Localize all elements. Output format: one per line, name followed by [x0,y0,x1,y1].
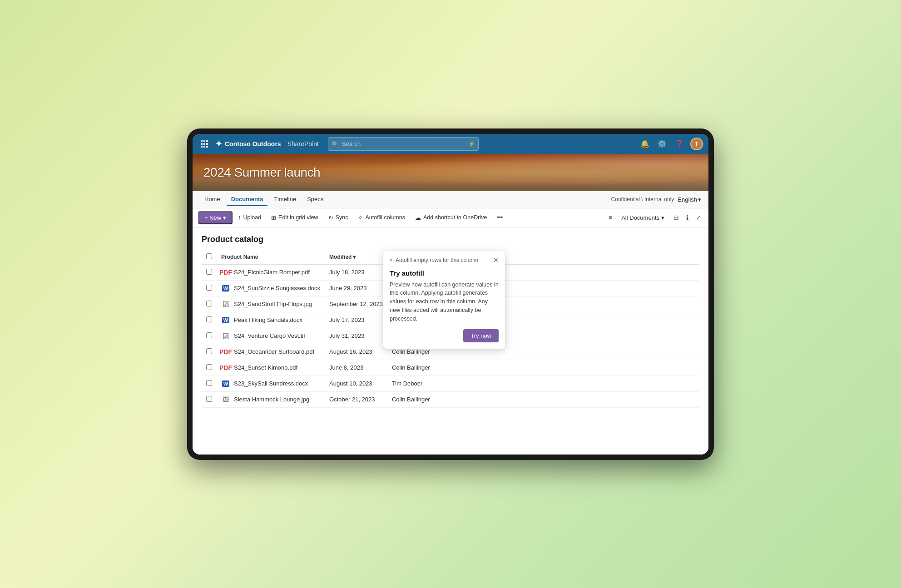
add-shortcut-label: Add shortcut to OneDrive [423,214,487,221]
row-empty-cell [442,360,699,376]
sort-icon[interactable]: ⊟ [672,212,681,223]
language-chevron-icon: ▾ [698,196,701,203]
row-checkbox-cell [202,280,217,296]
avatar[interactable]: T [690,138,703,150]
file-name-container: PDF S24_Oceanrider Surfboard.pdf [221,347,320,356]
select-all-checkbox[interactable] [206,253,212,259]
col-modified-label: Modified [329,254,351,260]
row-checkbox[interactable] [206,332,212,338]
all-docs-selector[interactable]: All Documents ▾ [618,212,668,223]
row-checkbox-cell [202,344,217,360]
row-name-cell[interactable]: PDF S24_Sunset Kimono.pdf [217,360,325,376]
filter-icon[interactable]: ≡ [607,212,614,223]
more-button[interactable]: ••• [492,212,507,223]
file-name-container: PDF S24_Sunset Kimono.pdf [221,363,320,372]
language-selector[interactable]: English ▾ [678,196,701,203]
row-modifiedby-cell: Tim Deboer [387,376,442,391]
row-name-cell[interactable]: W Peak Hiking Sandals.docx [217,312,325,328]
row-checkbox[interactable] [206,269,212,275]
popover-close-button[interactable]: ✕ [492,256,500,265]
nav-item-documents[interactable]: Documents [227,193,268,206]
toolbar: + New ▾ ↑ Upload ⊞ Edit in grid view ↻ S… [193,208,708,227]
autofill-columns-button[interactable]: ✧ Autofill columns [353,212,410,223]
file-name: S24_SunSizzle Sunglasses.docx [234,285,320,292]
row-checkbox-cell [202,312,217,328]
section-title: Product catalog [202,235,699,244]
upload-button[interactable]: ↑ Upload [233,212,266,223]
row-modified-cell: October 21, 2023 [325,391,387,407]
site-nav-right: Confidential \ Internal only English ▾ [611,196,701,203]
row-checkbox-cell [202,264,217,280]
popover-footer: Try now [390,329,499,342]
row-modified-cell: September 12, 2023 [325,296,387,312]
settings-icon[interactable]: ⚙️ [656,138,668,150]
language-label: English [678,196,697,203]
row-checkbox[interactable] [206,348,212,354]
svg-rect-4 [203,143,205,145]
row-name-cell[interactable]: PDF S24_PicnicGlam Romper.pdf [217,264,325,280]
row-modifiedby-cell: Colin Ballinger [387,360,442,376]
svg-rect-5 [206,143,208,145]
autofill-label: Autofill columns [365,214,405,221]
file-type-icon: 🖼 [221,300,230,309]
svg-rect-3 [201,143,203,145]
row-name-cell[interactable]: W S23_SkySail Sundress.docx [217,376,325,391]
row-name-cell[interactable]: 🖼 S24_SandStroll Flip-Flops.jpg [217,296,325,312]
row-checkbox-cell [202,376,217,391]
sync-icon: ↻ [328,214,333,221]
svg-rect-2 [206,140,208,142]
edit-grid-button[interactable]: ⊞ Edit in grid view [267,212,323,223]
file-type-icon: W [221,316,230,325]
autofill-spark-icon: ✧ [389,257,393,263]
row-name-cell[interactable]: W S24_SunSizzle Sunglasses.docx [217,280,325,296]
row-name-cell[interactable]: 🖼 Siesta Hammock Lounge.jpg [217,391,325,407]
add-shortcut-button[interactable]: ☁ Add shortcut to OneDrive [411,212,491,223]
row-checkbox-cell [202,360,217,376]
row-checkbox[interactable] [206,364,212,370]
file-type-icon: PDF [221,268,230,277]
new-chevron-icon: ▾ [223,214,226,221]
row-checkbox[interactable] [206,380,212,386]
all-docs-chevron-icon: ▾ [661,214,664,221]
autofill-icon: ✧ [358,214,363,221]
nav-item-specs[interactable]: Specs [302,193,328,206]
expand-icon[interactable]: ⤢ [694,212,703,223]
file-name-container: 🖼 S24_Venture Cargo Vest.tif [221,331,320,341]
col-modified-header[interactable]: Modified ▾ [325,250,387,265]
row-modified-cell: August 16, 2023 [325,344,387,360]
logo-icon: ✦ [215,139,222,149]
row-name-cell[interactable]: PDF S24_Oceanrider Surfboard.pdf [217,344,325,360]
search-filter-icon[interactable]: ⚡ [468,141,475,147]
table-row: PDF S24_Sunset Kimono.pdf June 8, 2023 C… [202,360,699,376]
new-button[interactable]: + New ▾ [198,211,233,224]
file-name-container: PDF S24_PicnicGlam Romper.pdf [221,268,320,277]
search-input[interactable] [328,137,479,151]
row-checkbox[interactable] [206,396,212,402]
svg-rect-6 [201,146,203,148]
info-icon[interactable]: ℹ [684,212,690,223]
popover-title: Try autofill [390,269,499,277]
upload-icon: ↑ [238,214,241,221]
nav-item-timeline[interactable]: Timeline [269,193,301,206]
autofill-popover: ✧ Autofill empty rows for this column ✕ … [383,251,505,349]
nav-item-home[interactable]: Home [200,193,225,206]
app-logo[interactable]: ✦ Contoso Outdoors [215,139,281,149]
modified-sort-button[interactable]: Modified ▾ [329,254,383,260]
notifications-icon[interactable]: 🔔 [639,138,651,150]
help-icon[interactable]: ❓ [673,138,686,150]
row-checkbox[interactable] [206,285,212,291]
app-grid-icon[interactable] [198,138,211,150]
sync-button[interactable]: ↻ Sync [324,212,353,223]
row-checkbox-cell [202,391,217,407]
file-name: S24_SandStroll Flip-Flops.jpg [234,301,312,307]
col-name-header[interactable]: Product Name [217,250,325,265]
add-shortcut-icon: ☁ [415,214,421,221]
row-checkbox[interactable] [206,316,212,322]
name-sort-button[interactable]: Product Name [221,254,320,260]
row-empty-cell [442,376,699,391]
row-name-cell[interactable]: 🖼 S24_Venture Cargo Vest.tif [217,328,325,344]
file-name-container: 🖼 S24_SandStroll Flip-Flops.jpg [221,300,320,309]
try-now-button[interactable]: Try now [463,329,499,342]
row-checkbox[interactable] [206,301,212,306]
row-checkbox-cell [202,296,217,312]
